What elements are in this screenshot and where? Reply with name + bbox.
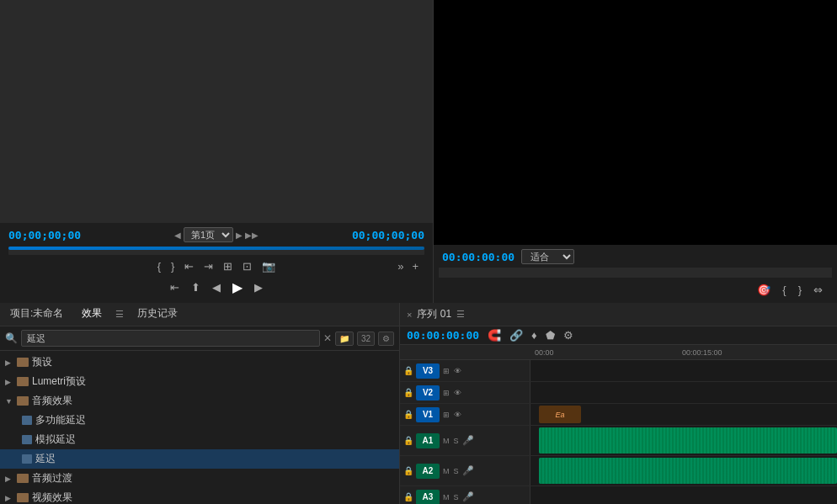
- mic-a2-button[interactable]: 🎤: [462, 465, 474, 476]
- right-preview-controls: 00:00:00:00 适合 25% 50% 100% 🎯 { } ⇔: [434, 245, 837, 303]
- label-presets: 预设: [32, 355, 52, 369]
- tree-item-audio-effects[interactable]: ▼ 音频效果: [0, 391, 399, 411]
- solo-a2[interactable]: S: [453, 467, 460, 475]
- eye-v1[interactable]: 👁: [453, 411, 462, 419]
- mark-in-button[interactable]: {: [155, 259, 163, 273]
- lock-v1-button[interactable]: 🔒: [403, 410, 413, 419]
- add-btn[interactable]: +: [409, 259, 421, 273]
- snap-button[interactable]: 🧲: [488, 329, 501, 342]
- solo-a1[interactable]: S: [453, 437, 460, 445]
- a1-clip[interactable]: [539, 427, 837, 454]
- linked-button[interactable]: 🔗: [509, 329, 523, 342]
- a2-clip[interactable]: [539, 458, 837, 484]
- timeline-timecode[interactable]: 00:00:00:00: [407, 329, 479, 342]
- lock-a3-button[interactable]: 🔒: [403, 492, 413, 501]
- lock-a1-button[interactable]: 🔒: [403, 436, 413, 445]
- mic-a1-button[interactable]: 🎤: [462, 435, 474, 446]
- solo-a3[interactable]: S: [453, 493, 460, 501]
- tree-item-presets[interactable]: ▶ 预设: [0, 353, 399, 372]
- tab-effects[interactable]: 效果: [77, 303, 107, 326]
- transport-row-2: ⇤ ⬆ ◀ ▶ ▶: [5, 276, 428, 300]
- go-to-out-button[interactable]: ⇥: [201, 259, 216, 273]
- right-timecode[interactable]: 00:00:00:00: [442, 251, 514, 263]
- track-a2-label[interactable]: A2: [416, 464, 440, 479]
- prev-page-button[interactable]: ◀: [174, 231, 181, 240]
- label-delay: 延迟: [35, 452, 56, 466]
- collapse-v2[interactable]: ⊞: [442, 389, 450, 397]
- tree-item-analogdelay[interactable]: 模拟延迟: [0, 430, 399, 449]
- export-btn[interactable]: ⬆: [189, 280, 203, 294]
- v1-clip[interactable]: Ea: [539, 406, 581, 423]
- collapse-v3[interactable]: ⊞: [442, 367, 450, 375]
- next-page-btn1[interactable]: ▶: [236, 231, 243, 240]
- eye-v2[interactable]: 👁: [453, 389, 462, 397]
- tree-item-video-effects[interactable]: ▶ 视频效果: [0, 488, 399, 504]
- right-mark-in[interactable]: {: [780, 283, 788, 297]
- right-mark-out[interactable]: }: [796, 283, 804, 297]
- eye-v3[interactable]: 👁: [453, 367, 462, 375]
- clear-search-button[interactable]: ✕: [323, 332, 332, 344]
- mute-a1[interactable]: M: [442, 437, 450, 445]
- arrow-presets: ▶: [5, 358, 13, 367]
- mute-a2[interactable]: M: [442, 467, 450, 475]
- right-fit-btn[interactable]: ⇔: [811, 283, 825, 297]
- view-32-btn[interactable]: 32: [357, 332, 375, 346]
- lock-v3-button[interactable]: 🔒: [403, 366, 413, 375]
- track-header-v3: 🔒 V3 ⊞ 👁: [400, 360, 530, 381]
- effects-panel: 项目:未命名 效果 ☰ 历史记录 🔍 ✕ 📁 32 ⚙ ▶ 预设: [0, 303, 400, 504]
- tree-item-delay[interactable]: 延迟: [0, 449, 399, 469]
- page-dropdown[interactable]: 第1页: [184, 227, 233, 242]
- prev-frame-button[interactable]: ◀: [210, 280, 223, 294]
- label-analogdelay: 模拟延迟: [35, 432, 76, 447]
- settings-button[interactable]: ⚙: [563, 329, 573, 342]
- next-frame-button[interactable]: ▶: [252, 280, 265, 294]
- transport-row-1: { } ⇤ ⇥ ⊞ ⊡ 📷 » +: [5, 257, 428, 276]
- track-content-v2: [530, 382, 837, 403]
- filter-btn[interactable]: ⚙: [378, 332, 394, 346]
- track-v2-label[interactable]: V2: [416, 385, 440, 401]
- left-timecode[interactable]: 00;00;00;00: [8, 229, 81, 241]
- tab-effects-icon[interactable]: ☰: [115, 309, 124, 320]
- overwrite-button[interactable]: ⊡: [240, 259, 254, 273]
- track-a3-label[interactable]: A3: [416, 490, 440, 505]
- search-input[interactable]: [21, 330, 320, 347]
- mark-out-button[interactable]: }: [168, 259, 177, 273]
- right-preview-panel: 00:00:00:00 适合 25% 50% 100% 🎯 { } ⇔: [434, 0, 837, 303]
- left-preview-panel: 00;00;00;00 ◀ 第1页 ▶ ▶▶ 00;00;00;00 { } ⇤: [0, 0, 434, 303]
- timeline-menu-button[interactable]: ☰: [456, 309, 465, 320]
- tree-item-audio-transitions[interactable]: ▶ 音频过渡: [0, 469, 399, 488]
- more-btn[interactable]: »: [395, 259, 406, 273]
- insert-button[interactable]: ⊞: [221, 259, 235, 273]
- go-to-in-button[interactable]: ⇤: [182, 259, 196, 273]
- track-v3-label[interactable]: V3: [416, 363, 440, 379]
- track-a1-label[interactable]: A1: [416, 433, 440, 448]
- lock-v2-button[interactable]: 🔒: [403, 388, 413, 397]
- lock-a2-button[interactable]: 🔒: [403, 466, 413, 475]
- transport-more: » +: [395, 259, 421, 273]
- new-folder-btn[interactable]: 📁: [335, 332, 354, 346]
- timeline-ruler-area: 00:00 00:00:15:00: [400, 345, 837, 360]
- label-video-effects: 视频效果: [32, 491, 72, 504]
- collapse-v1[interactable]: ⊞: [442, 411, 450, 419]
- folder-icon-lumetri: [17, 377, 29, 386]
- right-safe-btn[interactable]: 🎯: [754, 283, 773, 297]
- tree-item-multidelay[interactable]: 多功能延迟: [0, 411, 399, 430]
- step-back-button[interactable]: ⇤: [168, 280, 182, 294]
- mute-a3[interactable]: M: [442, 493, 450, 501]
- mic-a3-button[interactable]: 🎤: [462, 491, 474, 502]
- export-frame-button[interactable]: 📷: [259, 259, 278, 273]
- folder-icon-presets: [17, 358, 29, 367]
- track-header-v1: 🔒 V1 ⊞ 👁: [400, 404, 530, 425]
- fit-dropdown[interactable]: 适合 25% 50% 100%: [521, 249, 574, 264]
- track-v1-label[interactable]: V1: [416, 407, 440, 422]
- tab-history[interactable]: 历史记录: [132, 303, 183, 326]
- add-marker-button[interactable]: ♦: [531, 329, 537, 342]
- tree-item-lumetri[interactable]: ▶ Lumetri预设: [0, 372, 399, 391]
- right-transport: 🎯 { } ⇔: [439, 279, 832, 300]
- arrow-audio-effects: ▼: [5, 397, 13, 406]
- play-button[interactable]: ▶: [230, 279, 245, 296]
- tab-project[interactable]: 项目:未命名: [5, 303, 68, 326]
- next-page-btn2[interactable]: ▶▶: [245, 231, 259, 240]
- sequence-marker-button[interactable]: ⬟: [546, 329, 555, 342]
- folder-icon-video: [17, 493, 29, 502]
